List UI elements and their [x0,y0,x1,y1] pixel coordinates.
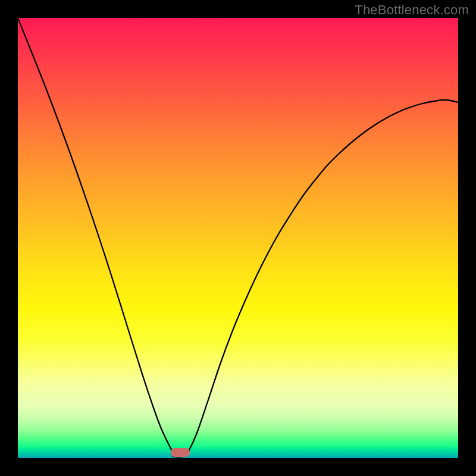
bottleneck-marker [171,448,190,457]
watermark-text: TheBottleneck.com [355,2,469,18]
bottleneck-curve [18,18,458,457]
chart-frame: TheBottleneck.com [0,0,476,476]
curve-layer [18,18,458,458]
plot-area [18,18,458,458]
